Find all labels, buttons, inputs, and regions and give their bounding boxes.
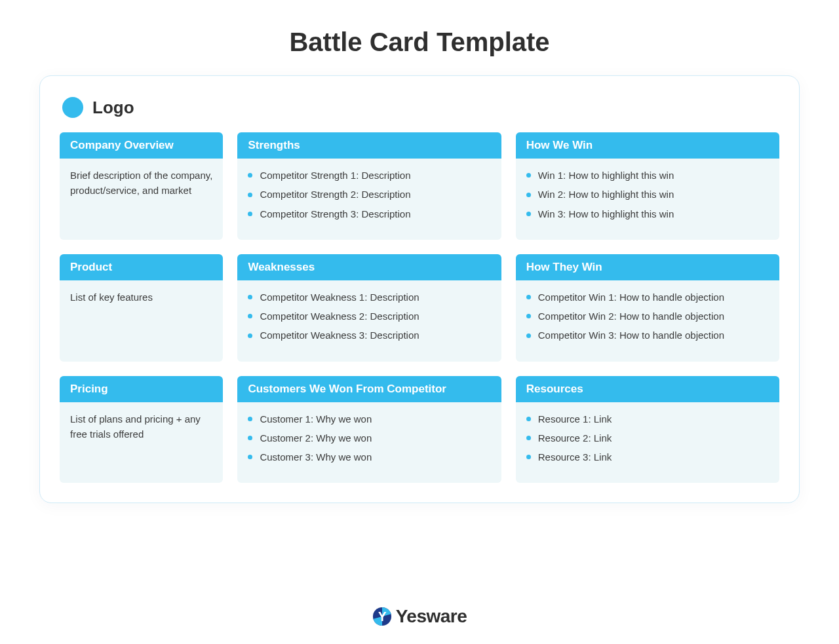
- list-item: Competitor Strength 3: Description: [248, 206, 490, 221]
- battle-card-frame: Logo Company Overview Brief description …: [39, 75, 800, 503]
- list-item: Competitor Weakness 3: Description: [248, 328, 490, 343]
- logo-label: Logo: [92, 98, 134, 118]
- cell-body: List of plans and pricing + any free tri…: [60, 402, 223, 481]
- cell-header: Resources: [516, 376, 779, 402]
- list-item: Competitor Strength 1: Description: [248, 168, 490, 183]
- cell-company-overview: Company Overview Brief description of th…: [60, 132, 223, 240]
- cell-body: Competitor Weakness 1: Description Compe…: [237, 280, 501, 362]
- list-item: Resource 2: Link: [526, 430, 769, 445]
- cell-body: List of key features: [60, 280, 223, 359]
- cell-how-we-win: How We Win Win 1: How to highlight this …: [516, 132, 779, 240]
- list-item: Competitor Weakness 1: Description: [248, 290, 490, 305]
- cell-header: How We Win: [516, 132, 779, 159]
- list-item: Resource 3: Link: [526, 449, 769, 464]
- yesware-logo-icon: [372, 607, 392, 626]
- list-item: Competitor Win 2: How to handle objectio…: [526, 309, 769, 324]
- cell-header: Customers We Won From Competitor: [237, 376, 501, 402]
- card-grid: Company Overview Brief description of th…: [60, 132, 779, 483]
- list-item: Customer 2: Why we won: [248, 430, 490, 445]
- cell-body: Customer 1: Why we won Customer 2: Why w…: [237, 402, 501, 483]
- page-title: Battle Card Template: [0, 0, 839, 64]
- list-item: Competitor Win 1: How to handle objectio…: [526, 290, 769, 305]
- cell-customers-won: Customers We Won From Competitor Custome…: [237, 376, 501, 483]
- cell-pricing: Pricing List of plans and pricing + any …: [60, 376, 223, 483]
- cell-resources: Resources Resource 1: Link Resource 2: L…: [516, 376, 779, 483]
- cell-header: Weaknesses: [237, 254, 501, 280]
- cell-header: Pricing: [60, 376, 223, 402]
- logo-placeholder-icon: [62, 97, 83, 118]
- cell-body: Resource 1: Link Resource 2: Link Resour…: [516, 402, 779, 483]
- cell-weaknesses: Weaknesses Competitor Weakness 1: Descri…: [237, 254, 501, 362]
- list-item: Win 3: How to highlight this win: [526, 206, 769, 221]
- list-item: Customer 1: Why we won: [248, 411, 490, 426]
- footer-brand: Yesware: [0, 606, 839, 627]
- cell-header: Company Overview: [60, 132, 223, 159]
- logo-row: Logo: [60, 93, 779, 132]
- cell-header: Product: [60, 254, 223, 280]
- cell-product: Product List of key features: [60, 254, 223, 362]
- list-item: Win 1: How to highlight this win: [526, 168, 769, 183]
- cell-body: Brief description of the company, produc…: [60, 159, 223, 237]
- list-item: Competitor Weakness 2: Description: [248, 309, 490, 324]
- cell-header: How They Win: [516, 254, 779, 280]
- list-item: Competitor Win 3: How to handle objectio…: [526, 328, 769, 343]
- cell-body: Competitor Strength 1: Description Compe…: [237, 159, 501, 240]
- cell-header: Strengths: [237, 132, 501, 159]
- cell-body: Competitor Win 1: How to handle objectio…: [516, 280, 779, 362]
- list-item: Resource 1: Link: [526, 411, 769, 426]
- list-item: Competitor Strength 2: Description: [248, 187, 490, 202]
- list-item: Win 2: How to highlight this win: [526, 187, 769, 202]
- brand-name: Yesware: [396, 606, 467, 627]
- cell-body: Win 1: How to highlight this win Win 2: …: [516, 159, 779, 240]
- cell-how-they-win: How They Win Competitor Win 1: How to ha…: [516, 254, 779, 362]
- list-item: Customer 3: Why we won: [248, 449, 490, 464]
- cell-strengths: Strengths Competitor Strength 1: Descrip…: [237, 132, 501, 240]
